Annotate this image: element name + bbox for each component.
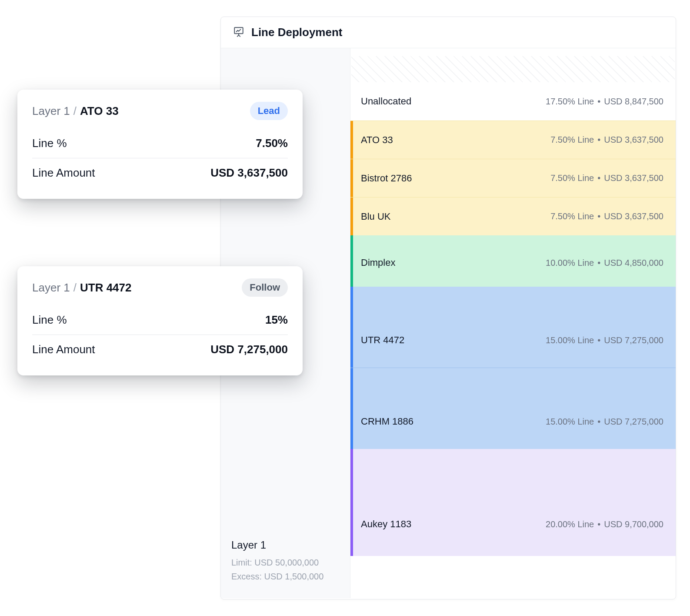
allocation-name: Blu UK [361,211,390,222]
status-badge-lead: Lead [250,102,288,120]
layer-excess: Excess: USD 1,500,000 [231,569,340,583]
allocation-row[interactable]: Dimplex 10.00% Line•USD 4,850,000 [350,235,676,287]
line-pct-label: Line % [32,137,67,150]
panel-header: Line Deployment [221,17,676,48]
allocation-stats: 20.00% Line•USD 9,700,000 [546,519,663,529]
allocation-name: Dimplex [361,257,395,268]
status-badge-follow: Follow [242,278,288,297]
allocation-name: Bistrot 2786 [361,173,412,184]
layer-name: Layer 1 [231,539,340,551]
allocation-stats: 17.50% Line•USD 8,847,500 [546,97,663,107]
divider [32,335,288,335]
allocation-stats: 10.00% Line•USD 4,850,000 [546,258,663,268]
allocation-list: Unallocated 17.50% Line•USD 8,847,500 AT… [350,48,676,598]
line-pct-value: 7.50% [256,137,288,150]
color-stripe [350,121,353,159]
line-pct-label: Line % [32,313,67,327]
allocation-row[interactable]: ATO 33 7.50% Line•USD 3,637,500 [350,121,676,159]
divider [32,158,288,158]
color-stripe [350,449,353,556]
breadcrumb: Layer 1 / ATO 33 [32,104,119,118]
line-amount-value: USD 7,275,000 [210,343,288,356]
layer-limit: Limit: USD 50,000,000 [231,556,340,569]
color-stripe [350,235,353,287]
allocation-row-unallocated[interactable]: Unallocated 17.50% Line•USD 8,847,500 [350,82,676,121]
color-stripe [350,287,353,368]
line-detail-card[interactable]: Layer 1 / ATO 33 Lead Line % 7.50% Line … [17,90,303,199]
color-stripe [350,368,353,449]
allocation-row[interactable]: Aukey 1183 20.00% Line•USD 9,700,000 [350,449,676,556]
allocation-name: UTR 4472 [361,335,404,346]
allocation-stats: 7.50% Line•USD 3,637,500 [550,135,663,145]
allocation-name: CRHM 1886 [361,416,413,427]
allocation-stats: 15.00% Line•USD 7,275,000 [546,417,663,427]
allocation-row[interactable]: CRHM 1886 15.00% Line•USD 7,275,000 [350,368,676,449]
color-stripe [350,159,353,197]
allocation-stats: 7.50% Line•USD 3,637,500 [550,211,663,221]
svg-rect-0 [234,27,243,33]
allocation-name: ATO 33 [361,134,393,146]
line-amount-label: Line Amount [32,343,95,356]
allocation-name: Aukey 1183 [361,519,411,530]
unallocated-hatch [351,56,675,82]
color-stripe [350,198,353,235]
allocation-stats: 15.00% Line•USD 7,275,000 [546,335,663,345]
breadcrumb: Layer 1 / UTR 4472 [32,281,131,295]
allocation-stats: 7.50% Line•USD 3,637,500 [550,173,663,183]
allocation-row[interactable]: UTR 4472 15.00% Line•USD 7,275,000 [350,287,676,368]
line-detail-card[interactable]: Layer 1 / UTR 4472 Follow Line % 15% Lin… [17,266,303,375]
allocation-row[interactable]: Bistrot 2786 7.50% Line•USD 3,637,500 [350,159,676,197]
panel-title: Line Deployment [251,26,342,39]
presentation-chart-icon [233,26,244,39]
allocation-row[interactable]: Blu UK 7.50% Line•USD 3,637,500 [350,197,676,235]
line-amount-value: USD 3,637,500 [210,166,288,180]
allocation-name: Unallocated [361,96,411,107]
line-pct-value: 15% [265,313,288,327]
line-amount-label: Line Amount [32,166,95,180]
